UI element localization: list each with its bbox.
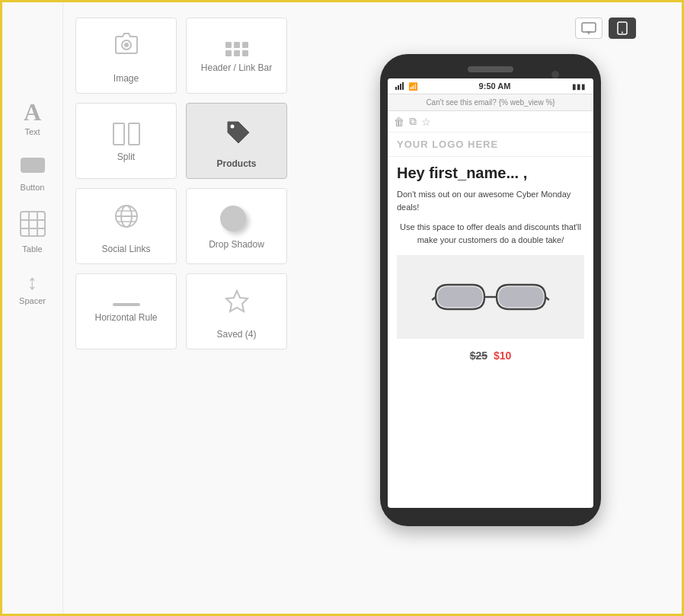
browser-bar-text: Can't see this email? {% web_view %} bbox=[426, 98, 555, 107]
price-new: $10 bbox=[494, 349, 511, 362]
phone-speaker bbox=[468, 66, 513, 72]
signal-bars bbox=[395, 82, 404, 90]
sidebar-item-spacer[interactable]: ↕ Spacer bbox=[6, 266, 59, 311]
email-headline: Hey first_name... , bbox=[397, 164, 584, 182]
sidebar-label-text: Text bbox=[24, 127, 40, 136]
phone-camera bbox=[551, 71, 559, 78]
mobile-view-button[interactable] bbox=[609, 18, 636, 39]
email-content: Hey first_name... , Don't miss out on ou… bbox=[388, 157, 593, 374]
hr-icon bbox=[113, 303, 140, 306]
svg-point-7 bbox=[124, 43, 129, 47]
price-row: $25 $10 bbox=[397, 345, 584, 366]
sidebar-label-button: Button bbox=[21, 183, 45, 192]
email-toolbar: 🗑 ⧉ ☆ bbox=[388, 111, 593, 132]
price-old: $25 bbox=[470, 349, 487, 362]
copy-icon: ⧉ bbox=[409, 115, 417, 128]
svg-rect-0 bbox=[21, 158, 45, 173]
block-horizontal-rule[interactable]: Horizontal Rule bbox=[75, 273, 177, 349]
status-bar: 📶 9:50 AM ▮▮▮ bbox=[388, 78, 593, 94]
phone-screen: 📶 9:50 AM ▮▮▮ Can't see this email? {% w… bbox=[388, 78, 593, 508]
blocks-grid: Image Header / Link Bar bbox=[75, 18, 287, 349]
sidebar: A Text Button Table ↕ Spacer bbox=[2, 2, 63, 614]
button-icon bbox=[19, 155, 46, 180]
desktop-view-button[interactable] bbox=[575, 18, 602, 39]
phone-mockup: 📶 9:50 AM ▮▮▮ Can't see this email? {% w… bbox=[380, 54, 601, 526]
camera-icon bbox=[111, 30, 142, 67]
sidebar-label-spacer: Spacer bbox=[19, 296, 46, 305]
email-offer: Use this space to offer deals and discou… bbox=[397, 221, 584, 246]
browser-bar: Can't see this email? {% web_view %} bbox=[388, 94, 593, 111]
svg-marker-14 bbox=[226, 291, 248, 311]
block-hr-label: Horizontal Rule bbox=[94, 312, 157, 323]
logo-text: YOUR LOGO HERE bbox=[397, 139, 584, 150]
svg-rect-1 bbox=[21, 212, 45, 236]
block-header-label: Header / Link Bar bbox=[201, 62, 272, 73]
blocks-panel: Image Header / Link Bar bbox=[63, 2, 299, 614]
status-time: 9:50 AM bbox=[479, 81, 511, 91]
globe-icon bbox=[111, 201, 142, 238]
block-header-link-bar[interactable]: Header / Link Bar bbox=[186, 18, 287, 94]
phone-wrapper: 📶 9:50 AM ▮▮▮ Can't see this email? {% w… bbox=[315, 54, 666, 526]
block-products-label: Products bbox=[216, 158, 256, 169]
star-icon bbox=[222, 286, 252, 323]
dots-icon bbox=[225, 42, 248, 56]
block-saved[interactable]: Saved (4) bbox=[186, 273, 287, 349]
status-battery: ▮▮▮ bbox=[572, 82, 586, 91]
block-split[interactable]: Split bbox=[75, 103, 177, 179]
sidebar-item-button[interactable]: Button bbox=[6, 148, 59, 198]
block-drop-shadow-label: Drop Shadow bbox=[209, 239, 264, 250]
table-icon bbox=[19, 210, 46, 241]
block-social-links[interactable]: Social Links bbox=[75, 188, 177, 264]
spacer-icon: ↕ bbox=[27, 272, 38, 293]
block-drop-shadow[interactable]: Drop Shadow bbox=[186, 188, 287, 264]
svg-rect-15 bbox=[582, 23, 596, 32]
bookmark-icon: ☆ bbox=[421, 116, 431, 128]
block-image[interactable]: Image bbox=[75, 18, 177, 94]
block-image-label: Image bbox=[113, 73, 139, 84]
status-signal: 📶 bbox=[395, 82, 417, 91]
shadow-icon bbox=[220, 206, 254, 233]
email-body: Don't miss out on our awesome Cyber Mond… bbox=[397, 188, 584, 213]
text-icon: A bbox=[24, 100, 41, 124]
split-icon bbox=[113, 123, 140, 145]
block-saved-label: Saved (4) bbox=[216, 329, 256, 340]
sidebar-item-table[interactable]: Table bbox=[6, 204, 59, 260]
trash-icon: 🗑 bbox=[394, 116, 404, 128]
product-image bbox=[397, 255, 584, 339]
sidebar-label-table: Table bbox=[22, 244, 42, 254]
app-container: A Text Button Table ↕ Spacer bbox=[2, 2, 682, 614]
block-split-label: Split bbox=[117, 152, 135, 162]
logo-area: YOUR LOGO HERE bbox=[388, 132, 593, 157]
tag-icon bbox=[222, 116, 252, 152]
svg-point-19 bbox=[622, 32, 623, 34]
view-toggle bbox=[575, 18, 636, 39]
preview-area: 📶 9:50 AM ▮▮▮ Can't see this email? {% w… bbox=[299, 2, 682, 614]
block-products[interactable]: Products bbox=[186, 103, 287, 179]
sidebar-item-text[interactable]: A Text bbox=[6, 94, 59, 142]
svg-point-8 bbox=[230, 125, 234, 129]
block-social-label: Social Links bbox=[101, 244, 150, 254]
